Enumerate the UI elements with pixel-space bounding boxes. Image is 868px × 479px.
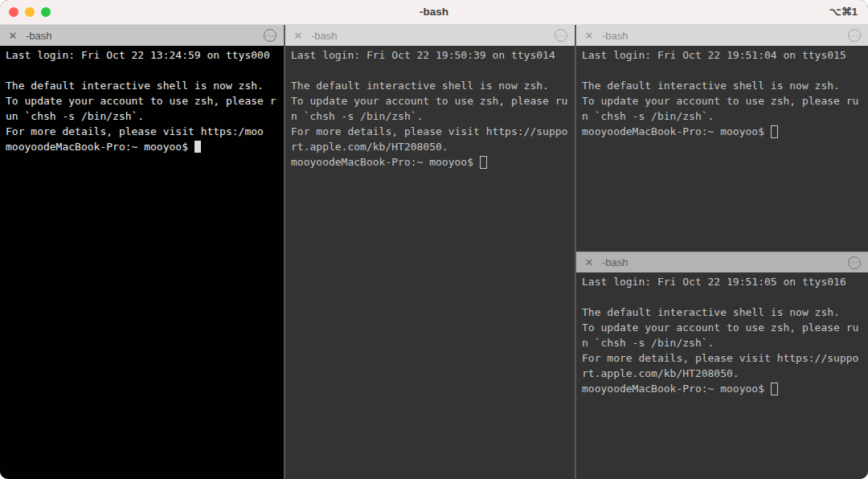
terminal-output-line: Last login: Fri Oct 22 19:50:39 on ttys0… <box>291 47 569 63</box>
prompt-line: mooyoodeMacBook-Pro:~ mooyoo$ <box>582 124 862 139</box>
tab-bar[interactable]: ✕ -bash ⋯ <box>0 25 284 46</box>
terminal-output-line: n `chsh -s /bin/zsh`. <box>582 108 862 124</box>
terminal-output-line: To update your account to use zsh, pleas… <box>582 320 862 335</box>
terminal-output-line <box>6 63 278 78</box>
tab-close-icon[interactable]: ✕ <box>293 30 304 42</box>
terminal-pane-top-right: ✕ -bash ⋯ Last login: Fri Oct 22 19:51:0… <box>576 25 868 252</box>
terminal-window: -bash ⌥⌘1 ✕ -bash ⋯ Last login: Fri Oct … <box>0 0 868 479</box>
tab-title: -bash <box>311 30 338 42</box>
terminal-output-line: n `chsh -s /bin/zsh`. <box>291 108 569 124</box>
tab-title: -bash <box>602 30 628 42</box>
terminal-pane-middle: ✕ -bash ⋯ Last login: Fri Oct 22 19:50:3… <box>285 25 575 479</box>
terminal-output-line: For more details, please visit https:/mo… <box>6 124 278 139</box>
tab-close-icon[interactable]: ✕ <box>7 30 18 42</box>
pane-divider[interactable] <box>575 25 576 479</box>
terminal-pane-left: ✕ -bash ⋯ Last login: Fri Oct 22 13:24:5… <box>0 25 284 479</box>
prompt-text: mooyoodeMacBook-Pro:~ mooyoo$ <box>582 381 764 396</box>
tab-options-icon[interactable]: ⋯ <box>848 256 861 269</box>
terminal-output-area[interactable]: Last login: Fri Oct 22 19:51:04 on ttys0… <box>576 46 868 252</box>
terminal-output-line: n `chsh -s /bin/zsh`. <box>582 335 862 350</box>
tab-options-icon[interactable]: ⋯ <box>848 29 861 42</box>
tab-close-icon[interactable]: ✕ <box>583 256 595 268</box>
tab-title: -bash <box>26 30 52 42</box>
tab-bar[interactable]: ✕ -bash ⋯ <box>576 252 868 272</box>
prompt-line: mooyoodeMacBook-Pro:~ mooyoo$ <box>582 381 862 396</box>
terminal-output-line: The default interactive shell is now zsh… <box>582 305 862 320</box>
terminal-output-line: rt.apple.com/kb/HT208050. <box>582 366 862 381</box>
pane-divider[interactable] <box>284 25 285 479</box>
terminal-output-line: To update your account to use zsh, pleas… <box>291 93 569 108</box>
terminal-output-line: Last login: Fri Oct 22 13:24:59 on ttys0… <box>6 47 278 63</box>
tab-close-icon[interactable]: ✕ <box>583 30 595 42</box>
prompt-text: mooyoodeMacBook-Pro:~ mooyoo$ <box>6 139 188 154</box>
cursor-block <box>480 156 487 169</box>
window-title: -bash <box>0 0 868 25</box>
tab-title: -bash <box>602 256 628 268</box>
cursor-block <box>771 383 778 395</box>
terminal-output-line: To update your account to use zsh, pleas… <box>6 93 278 108</box>
terminal-output-line: un `chsh -s /bin/zsh`. <box>6 108 278 124</box>
terminal-output-line: The default interactive shell is now zsh… <box>582 78 862 93</box>
terminal-output-line: Last login: Fri Oct 22 19:51:05 on ttys0… <box>582 274 862 289</box>
cursor-block <box>771 125 778 138</box>
prompt-line: mooyoodeMacBook-Pro:~ mooyoo$ <box>291 154 569 170</box>
terminal-output-line: The default interactive shell is now zsh… <box>291 78 569 93</box>
title-bar[interactable]: -bash ⌥⌘1 <box>0 0 868 25</box>
prompt-text: mooyoodeMacBook-Pro:~ mooyoo$ <box>291 154 473 170</box>
terminal-output-line: The default interactive shell is now zsh… <box>6 78 278 93</box>
prompt-text: mooyoodeMacBook-Pro:~ mooyoo$ <box>582 124 764 139</box>
tab-options-icon[interactable]: ⋯ <box>555 29 567 42</box>
terminal-output-area[interactable]: Last login: Fri Oct 22 13:24:59 on ttys0… <box>0 46 284 479</box>
tab-bar[interactable]: ✕ -bash ⋯ <box>285 25 575 46</box>
cursor-block <box>194 141 201 153</box>
tab-bar[interactable]: ✕ -bash ⋯ <box>576 25 868 46</box>
terminal-output-line: rt.apple.com/kb/HT208050. <box>291 139 569 154</box>
terminal-output-area[interactable]: Last login: Fri Oct 22 19:51:05 on ttys0… <box>576 272 868 479</box>
terminal-output-line <box>582 289 862 305</box>
terminal-output-line <box>291 63 569 78</box>
terminal-output-area[interactable]: Last login: Fri Oct 22 19:50:39 on ttys0… <box>285 46 575 479</box>
terminal-output-line: For more details, please visit https://s… <box>582 350 862 366</box>
terminal-output-line: Last login: Fri Oct 22 19:51:04 on ttys0… <box>582 47 862 63</box>
terminal-output-line <box>582 63 862 78</box>
terminal-output-line: To update your account to use zsh, pleas… <box>582 93 862 108</box>
tab-options-icon[interactable]: ⋯ <box>264 29 276 42</box>
terminal-pane-bottom-right: ✕ -bash ⋯ Last login: Fri Oct 22 19:51:0… <box>576 252 868 479</box>
terminal-output-line: For more details, please visit https://s… <box>291 124 569 139</box>
prompt-line: mooyoodeMacBook-Pro:~ mooyoo$ <box>6 139 278 154</box>
keyboard-shortcut-badge: ⌥⌘1 <box>829 0 858 25</box>
